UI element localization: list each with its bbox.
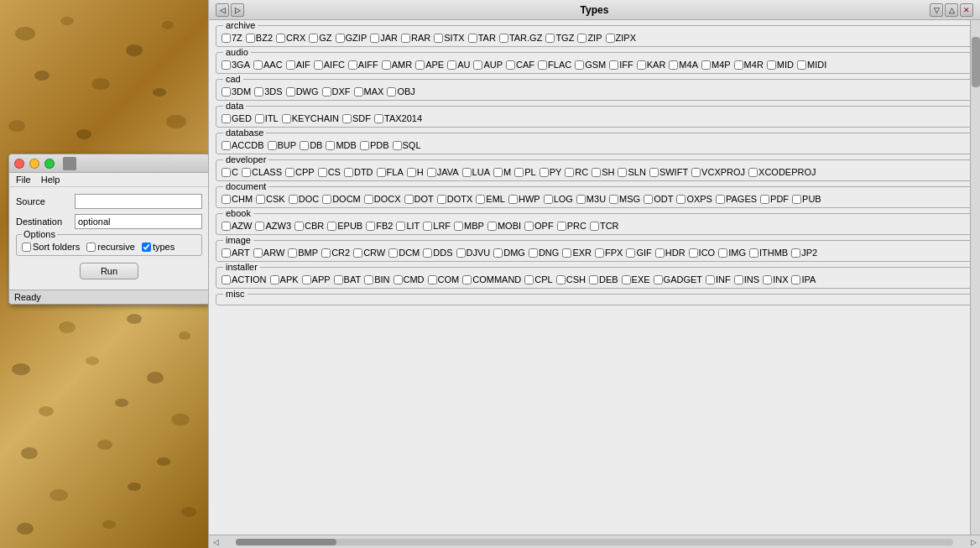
checkbox-CMD[interactable] (394, 275, 403, 284)
checkbox-item-DOCM[interactable]: DOCM (322, 194, 361, 204)
checkbox-item-PL[interactable]: PL (514, 167, 535, 177)
checkbox-item-CSK[interactable]: CSK (256, 194, 285, 204)
checkbox-APP[interactable] (302, 275, 311, 284)
checkbox-item-APE[interactable]: APE (415, 60, 444, 70)
checkbox-item-JAVA[interactable]: JAVA (427, 167, 459, 177)
checkbox-DB[interactable] (300, 141, 309, 150)
checkbox-M3U[interactable] (576, 195, 586, 204)
checkbox-item-AUP[interactable]: AUP (473, 60, 503, 70)
file-menu[interactable]: File (16, 175, 31, 185)
checkbox-BUP[interactable] (268, 141, 277, 150)
checkbox-item-ODT[interactable]: ODT (644, 194, 673, 204)
checkbox-GED[interactable] (222, 114, 231, 123)
checkbox-item-MIDI[interactable]: MIDI (797, 60, 826, 70)
checkbox-AMR[interactable] (382, 60, 391, 70)
sort-folders-option[interactable]: Sort folders (22, 242, 80, 252)
checkbox-item-PAGES[interactable]: PAGES (716, 194, 757, 204)
checkbox-PDB[interactable] (360, 141, 369, 150)
checkbox-ITHMB[interactable] (749, 248, 758, 258)
checkbox-item-ZIPX[interactable]: ZIPX (606, 33, 636, 43)
checkbox-item-CRX[interactable]: CRX (276, 33, 305, 43)
checkbox-item-CMD[interactable]: CMD (394, 274, 425, 284)
checkbox-item-PY[interactable]: PY (540, 167, 562, 177)
checkbox-EXE[interactable] (622, 275, 631, 284)
checkbox-item-CPP[interactable]: CPP (285, 167, 315, 177)
checkbox-XCODEPROJ[interactable] (748, 168, 758, 177)
checkbox-item-RAR[interactable]: RAR (401, 33, 430, 43)
checkbox-item-SQL[interactable]: SQL (393, 140, 421, 150)
checkbox-item-FPX[interactable]: FPX (595, 248, 623, 258)
checkbox-MBP[interactable] (454, 222, 463, 231)
checkbox-ODT[interactable] (644, 195, 653, 204)
checkbox-AAC[interactable] (253, 60, 263, 70)
checkbox-3DM[interactable] (222, 87, 231, 97)
checkbox-item-IFF[interactable]: IFF (609, 60, 633, 70)
checkbox-FPX[interactable] (595, 248, 604, 258)
checkbox-HWP[interactable] (508, 195, 518, 204)
checkbox-CLASS[interactable] (242, 168, 251, 177)
checkbox-item-OPF[interactable]: OPF (524, 221, 554, 231)
checkbox-item-AZW[interactable]: AZW (222, 221, 252, 231)
help-menu[interactable]: Help (41, 175, 60, 185)
checkbox-item-APK[interactable]: APK (270, 274, 299, 284)
checkbox-item-JAR[interactable]: JAR (370, 33, 398, 43)
checkbox-item-BUP[interactable]: BUP (268, 140, 297, 150)
checkbox-item-BAT[interactable]: BAT (334, 274, 362, 284)
checkbox-TAR[interactable] (468, 34, 477, 43)
checkbox-INF[interactable] (706, 275, 715, 284)
checkbox-SWIFT[interactable] (649, 168, 659, 177)
checkbox-item-SLN[interactable]: SLN (618, 167, 645, 177)
checkbox-DNG[interactable] (529, 248, 538, 258)
close-button[interactable] (14, 159, 24, 169)
checkbox-AZW3[interactable] (255, 222, 264, 231)
checkbox-item-ARW[interactable]: ARW (253, 248, 284, 258)
restore-button[interactable]: △ (945, 3, 958, 17)
checkbox-CBR[interactable] (295, 222, 304, 231)
checkbox-FLA[interactable] (377, 168, 386, 177)
scroll-thumb[interactable] (972, 37, 980, 87)
checkbox-AZW[interactable] (222, 222, 231, 231)
checkbox-item-GIF[interactable]: GIF (626, 248, 651, 258)
checkbox-SLN[interactable] (618, 168, 627, 177)
source-input[interactable] (75, 194, 202, 209)
checkbox-MAX[interactable] (354, 87, 363, 97)
checkbox-item-ICO[interactable]: ICO (689, 248, 716, 258)
maximize-button[interactable] (44, 159, 55, 169)
checkbox-item-AU[interactable]: AU (447, 60, 470, 70)
checkbox-item-ACTION[interactable]: ACTION (222, 274, 267, 284)
forward-button[interactable]: ▷ (231, 3, 244, 17)
checkbox-item-AAC[interactable]: AAC (253, 60, 283, 70)
checkbox-item-GED[interactable]: GED (222, 113, 252, 123)
checkbox-item-AMR[interactable]: AMR (382, 60, 412, 70)
checkbox-item-EXE[interactable]: EXE (622, 274, 650, 284)
checkbox-GZIP[interactable] (336, 34, 345, 43)
checkbox-item-3DM[interactable]: 3DM (222, 86, 251, 97)
close-button[interactable]: ✕ (960, 3, 973, 17)
checkbox-item-XCODEPROJ[interactable]: XCODEPROJ (748, 167, 816, 177)
back-button[interactable]: ◁ (216, 3, 229, 17)
checkbox-item-IMG[interactable]: IMG (718, 248, 746, 258)
checkbox-item-GZ[interactable]: GZ (309, 33, 331, 43)
checkbox-item-GZIP[interactable]: GZIP (336, 33, 368, 43)
checkbox-BMP[interactable] (288, 248, 297, 258)
checkbox-item-SDF[interactable]: SDF (342, 113, 371, 123)
checkbox-item-INS[interactable]: INS (734, 274, 759, 284)
checkbox-ZIP[interactable] (577, 34, 586, 43)
checkbox-LOG[interactable] (544, 195, 553, 204)
checkbox-item-DOCX[interactable]: DOCX (364, 194, 401, 204)
checkbox-item-PRC[interactable]: PRC (557, 221, 586, 231)
scroll-left-arrow[interactable]: ◁ (209, 535, 222, 549)
checkbox-item-AZW3[interactable]: AZW3 (255, 221, 291, 231)
checkbox-item-ART[interactable]: ART (222, 248, 250, 258)
checkbox-DOTX[interactable] (437, 195, 446, 204)
checkbox-item-DTD[interactable]: DTD (344, 167, 373, 177)
checkbox-H[interactable] (407, 168, 416, 177)
checkbox-CRW[interactable] (353, 248, 362, 258)
collapse-button[interactable]: ▽ (930, 3, 943, 17)
checkbox-INS[interactable] (734, 275, 743, 284)
checkbox-item-DJVU[interactable]: DJVU (456, 248, 491, 258)
checkbox-IPA[interactable] (791, 275, 800, 284)
checkbox-item-DOTX[interactable]: DOTX (437, 194, 473, 204)
checkbox-OBJ[interactable] (387, 87, 396, 97)
checkbox-item-GADGET[interactable]: GADGET (654, 274, 702, 284)
